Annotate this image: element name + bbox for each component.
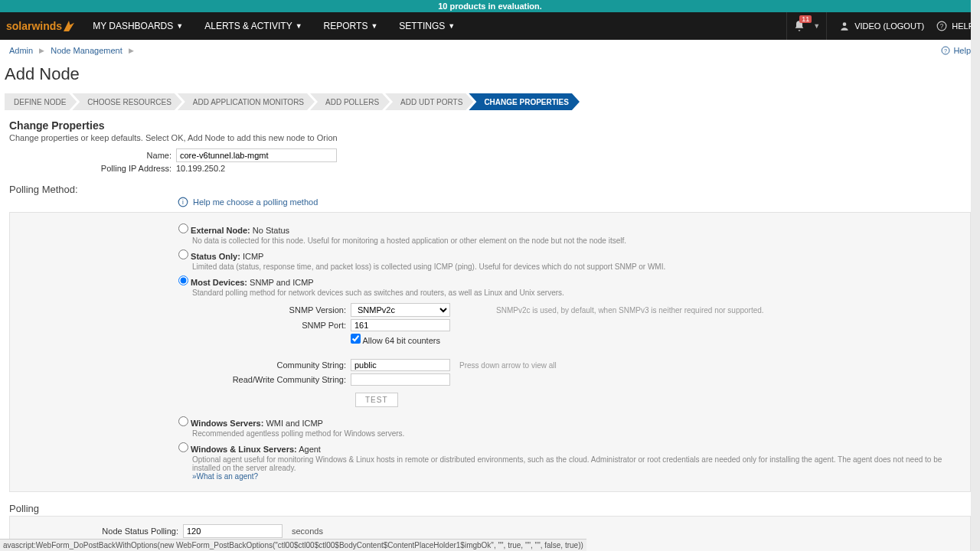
wizard-steps: DEFINE NODE CHOOSE RESOURCES ADD APPLICA…	[5, 93, 975, 110]
user-menu[interactable]: VIDEO (LOGOUT)	[839, 21, 924, 31]
polling-head: Polling	[9, 503, 971, 514]
eval-banner: 10 products in evaluation.	[0, 0, 980, 12]
pm-agent-desc: Optional agent useful for monitoring Win…	[192, 455, 964, 472]
user-icon	[839, 21, 850, 31]
pm-status[interactable]: Status Only: ICMP	[178, 252, 263, 261]
chevron-right-icon: ▶	[129, 47, 134, 54]
pm-most-desc: Standard polling method for network devi…	[192, 289, 964, 297]
what-is-agent-link[interactable]: »What is an agent?	[192, 472, 964, 481]
community-string-input[interactable]	[351, 359, 450, 371]
pm-external[interactable]: External Node: No Status	[178, 226, 289, 235]
nav-reports[interactable]: REPORTS▼	[324, 21, 378, 31]
logo: solarwinds	[6, 20, 74, 32]
node-status-unit: seconds	[292, 527, 323, 536]
chevron-down-icon: ▼	[448, 22, 455, 30]
polling-method-box: External Node: No Status No data is coll…	[9, 212, 971, 492]
chevron-down-icon: ▼	[813, 22, 820, 30]
info-icon: i	[178, 197, 188, 207]
pm-agent[interactable]: Windows & Linux Servers: Agent	[178, 445, 321, 454]
community-string-label: Community String:	[178, 360, 351, 370]
wizard-step-pollers[interactable]: ADD POLLERS	[310, 93, 390, 110]
pm-status-desc: Limited data (status, response time, and…	[192, 262, 964, 271]
snmp-version-hint: SNMPv2c is used, by default, when SNMPv3…	[496, 306, 764, 315]
snmp-version-label: SNMP Version:	[178, 305, 351, 315]
chevron-down-icon: ▼	[296, 22, 302, 30]
help-button[interactable]: ? HELP	[936, 21, 974, 31]
nav-settings[interactable]: SETTINGS▼	[399, 21, 455, 31]
pm-most[interactable]: Most Devices: SNMP and ICMP	[178, 278, 314, 287]
pm-windows-desc: Recommended agentless polling method for…	[192, 429, 964, 438]
chevron-down-icon: ▼	[371, 22, 377, 30]
breadcrumb: Admin ▶ Node Management ▶ ? Help	[0, 40, 980, 61]
breadcrumb-nodemgmt[interactable]: Node Management	[51, 46, 122, 55]
test-button[interactable]: TEST	[355, 393, 398, 407]
pm-windows[interactable]: Windows Servers: WMI and ICMP	[178, 419, 323, 428]
page-title: Add Node	[0, 61, 980, 93]
page-help-link[interactable]: ? Help	[941, 46, 971, 55]
name-input[interactable]	[176, 148, 337, 162]
scrollbar[interactable]	[971, 0, 980, 551]
allow64-checkbox[interactable]: Allow 64 bit counters	[351, 334, 440, 345]
node-status-label: Node Status Polling:	[16, 527, 183, 536]
polling-method-head: Polling Method:	[9, 184, 971, 195]
svg-text:?: ?	[940, 23, 944, 30]
help-choose-link[interactable]: i Help me choose a polling method	[178, 197, 971, 207]
wizard-step-resources[interactable]: CHOOSE RESOURCES	[72, 93, 181, 110]
pm-external-desc: No data is collected for this node. Usef…	[192, 236, 964, 245]
community-string-hint: Press down arrow to view all	[459, 361, 557, 370]
section-title: Change Properties	[9, 119, 971, 132]
notification-badge: 11	[799, 15, 812, 23]
notifications[interactable]: 11 ▼	[786, 12, 827, 40]
section-desc: Change properties or keep defaults. Sele…	[9, 133, 971, 142]
svg-text:i: i	[182, 199, 184, 206]
ip-label: Polling IP Address:	[9, 164, 176, 173]
browser-status-bar: avascript:WebForm_DoPostBackWithOptions(…	[0, 539, 586, 551]
help-icon: ?	[941, 46, 950, 55]
snmp-version-select[interactable]: SNMPv2c	[351, 303, 450, 317]
top-nav: solarwinds MY DASHBOARDS▼ ALERTS & ACTIV…	[0, 12, 980, 40]
rw-community-input[interactable]	[351, 373, 450, 386]
chevron-right-icon: ▶	[39, 47, 44, 54]
nav-alerts[interactable]: ALERTS & ACTIVITY▼	[204, 21, 302, 31]
name-label: Name:	[9, 151, 176, 160]
wizard-step-monitors[interactable]: ADD APPLICATION MONITORS	[178, 93, 315, 110]
help-icon: ?	[936, 21, 947, 31]
svg-point-0	[843, 22, 847, 26]
rw-community-label: Read/Write Community String:	[178, 375, 351, 384]
svg-text:?: ?	[944, 48, 947, 54]
wizard-step-udt[interactable]: ADD UDT PORTS	[385, 93, 473, 110]
wizard-step-define[interactable]: DEFINE NODE	[5, 93, 77, 110]
node-status-input[interactable]	[183, 524, 283, 538]
snmp-port-input[interactable]	[351, 319, 450, 331]
chevron-down-icon: ▼	[176, 22, 183, 30]
ip-value: 10.199.250.2	[176, 164, 225, 173]
breadcrumb-admin[interactable]: Admin	[9, 46, 33, 55]
snmp-port-label: SNMP Port:	[178, 321, 351, 330]
nav-dashboards[interactable]: MY DASHBOARDS▼	[93, 21, 183, 31]
wizard-step-properties[interactable]: CHANGE PROPERTIES	[469, 93, 580, 110]
